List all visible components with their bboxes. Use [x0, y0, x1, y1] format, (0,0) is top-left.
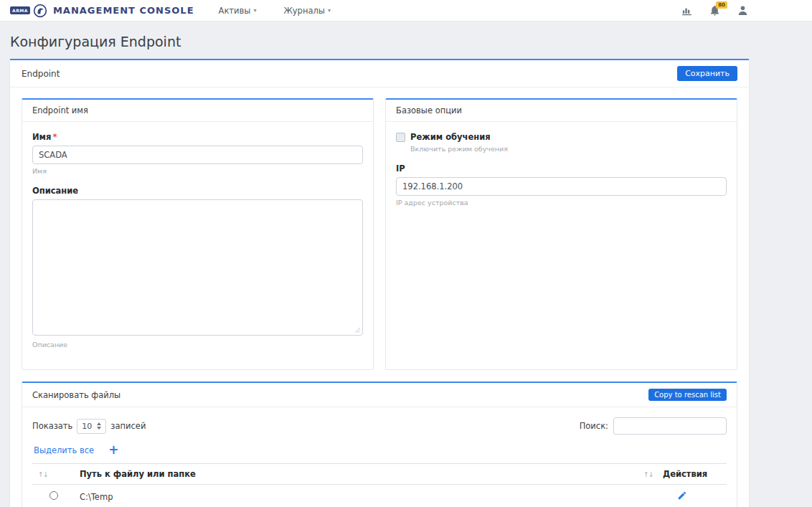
search-label: Поиск:	[580, 421, 608, 431]
page-size-control: Показать 10 записей	[32, 419, 146, 434]
arma-helmet-icon	[33, 4, 47, 18]
show-label: Показать	[32, 421, 72, 431]
scan-paths-table: ↑↓ Путь к файлу или папке ↑↓ Действия	[32, 463, 727, 507]
add-path-button[interactable]: +	[108, 444, 118, 456]
description-textarea[interactable]	[32, 199, 363, 336]
spinner-icon	[97, 422, 101, 430]
name-input[interactable]	[32, 146, 363, 164]
navbar-actions: 80	[681, 4, 749, 16]
menu-journals[interactable]: Журналы ▾	[283, 6, 331, 16]
edit-pencil-icon[interactable]	[677, 491, 687, 501]
row-select-radio[interactable]	[49, 491, 58, 500]
menu-assets[interactable]: Активы ▾	[219, 6, 257, 16]
menu-assets-label: Активы	[219, 6, 251, 16]
sort-icon: ↑↓	[643, 470, 653, 478]
save-button[interactable]: Сохранить	[677, 66, 737, 81]
chart-icon[interactable]	[681, 4, 693, 16]
scan-files-title: Сканировать файлы	[32, 390, 121, 400]
arma-logo-badge: ARMA	[10, 6, 30, 14]
brand-title: MANAGEMENT CONSOLE	[53, 5, 194, 16]
notification-count-badge: 80	[716, 1, 727, 9]
ip-helper: IP адрес устройства	[396, 199, 727, 207]
table-row[interactable]: C:\Temp	[32, 485, 727, 507]
menu-journals-label: Журналы	[283, 6, 325, 16]
path-column-header[interactable]: Путь к файлу или папке	[74, 464, 638, 485]
endpoint-card: Endpoint Сохранить Endpoint имя Имя* Имя…	[10, 59, 749, 507]
options-card-title: Базовые опции	[386, 100, 737, 122]
copy-to-rescan-button[interactable]: Copy to rescan list	[648, 389, 727, 401]
ip-label: IP	[396, 164, 727, 174]
search-control: Поиск:	[580, 417, 727, 435]
main-menu: Активы ▾ Журналы ▾	[219, 6, 331, 16]
learning-mode-label: Режим обучения	[410, 132, 491, 142]
ip-input[interactable]	[396, 177, 727, 196]
name-label: Имя*	[32, 132, 363, 142]
table-header-row: ↑↓ Путь к файлу или папке ↑↓ Действия	[32, 464, 727, 485]
actions-column-label: Действия	[663, 469, 707, 479]
select-column-header[interactable]: ↑↓	[32, 464, 74, 485]
main-content: Конфигурация Endpoint Endpoint Сохранить…	[10, 34, 749, 507]
options-card: Базовые опции Режим обучения Включить ре…	[385, 98, 737, 370]
path-cell: C:\Temp	[74, 485, 638, 507]
resize-handle[interactable]	[354, 327, 361, 333]
select-all-link[interactable]: Выделить все	[34, 445, 94, 455]
chevron-down-icon: ▾	[253, 7, 256, 14]
description-helper: Описание	[32, 341, 363, 349]
page-size-select[interactable]: 10	[77, 419, 106, 434]
actions-column-header[interactable]: ↑↓ Действия	[638, 464, 727, 485]
top-navbar: ARMA MANAGEMENT CONSOLE Активы ▾ Журналы…	[0, 0, 812, 22]
name-card: Endpoint имя Имя* Имя Описание	[22, 98, 374, 370]
scan-files-header: Сканировать файлы Copy to rescan list	[22, 383, 737, 407]
page-title: Конфигурация Endpoint	[10, 34, 749, 49]
entries-label: записей	[110, 421, 146, 431]
user-icon[interactable]	[737, 4, 749, 16]
brand[interactable]: ARMA MANAGEMENT CONSOLE	[10, 4, 194, 18]
search-input[interactable]	[613, 417, 727, 435]
learning-mode-checkbox[interactable]	[396, 133, 405, 142]
learning-mode-helper: Включить режим обучения	[410, 145, 727, 153]
endpoint-card-title: Endpoint	[22, 69, 60, 79]
required-asterisk: *	[52, 132, 57, 142]
name-helper: Имя	[32, 167, 363, 175]
sort-icon: ↑↓	[38, 470, 48, 478]
scan-files-card: Сканировать файлы Copy to rescan list По…	[22, 382, 737, 507]
notifications-button[interactable]: 80	[709, 4, 721, 16]
endpoint-card-header: Endpoint Сохранить	[10, 60, 749, 87]
endpoint-card-body: Endpoint имя Имя* Имя Описание	[10, 87, 749, 507]
name-label-text: Имя	[32, 132, 51, 142]
name-card-title: Endpoint имя	[22, 100, 373, 122]
page-size-value: 10	[82, 422, 92, 431]
chevron-down-icon: ▾	[328, 7, 331, 14]
description-label: Описание	[32, 186, 363, 196]
